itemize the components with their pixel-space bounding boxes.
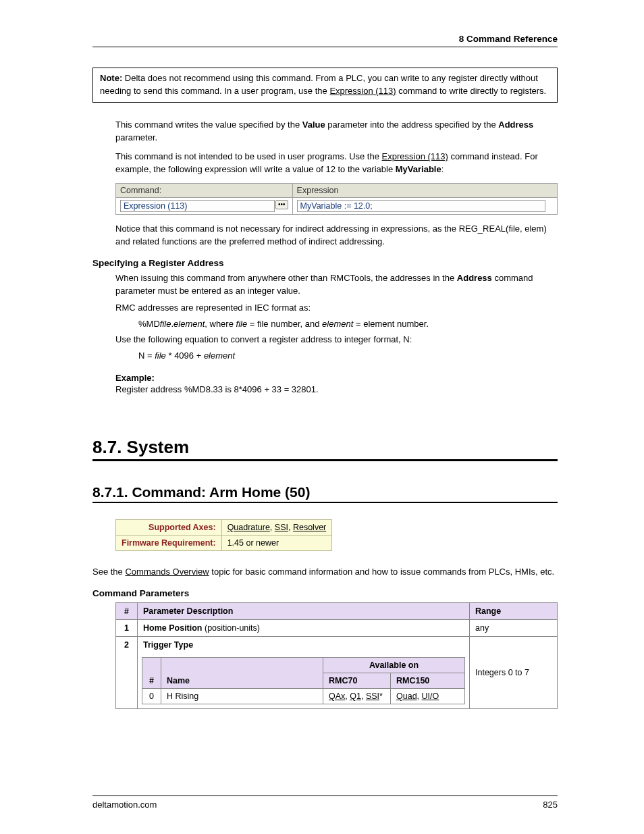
it-h-rmc150: RMC150	[391, 673, 465, 688]
expr-cell-command: Expression (113) •••	[116, 198, 293, 215]
link-ssi-70[interactable]: SSI	[366, 692, 379, 701]
ellipsis-button[interactable]: •••	[275, 200, 288, 209]
equation-line: N = file * 4096 + element	[138, 349, 558, 363]
expr-cell-expression: MyVariable := 12.0;	[292, 198, 557, 215]
commands-overview-link[interactable]: Commands Overview	[125, 567, 209, 577]
see-a: See the	[92, 567, 125, 577]
p4b: Address	[457, 273, 492, 283]
example-text: Register address %MD8.33 is 8*4096 + 33 …	[115, 383, 558, 396]
it-r0-rmc150: Quad, UI/O	[391, 688, 465, 704]
link-quadrature[interactable]: Quadrature	[227, 523, 270, 532]
iec-format-line: %MDfile.element, where file = file numbe…	[138, 317, 558, 331]
pt-h-desc: Parameter Description	[138, 602, 470, 619]
page-footer: deltamotion.com 825	[92, 796, 558, 810]
iec-where: , where	[205, 319, 236, 329]
it-h-avail: Available on	[323, 657, 465, 673]
p2a: This command is not intended to be used …	[115, 151, 382, 161]
paragraph-3: Notice that this command is not necessar…	[115, 223, 558, 249]
ssi-asterisk: *	[379, 692, 383, 701]
footer-page-number: 825	[543, 800, 558, 810]
link-qax[interactable]: QAx	[329, 692, 345, 701]
expression-editor-table: Command: Expression Expression (113) •••…	[115, 183, 558, 215]
pt-r1-range: any	[470, 619, 558, 636]
subsection-rule	[92, 502, 558, 503]
it-r0-num: 0	[142, 688, 161, 704]
paragraph-6: Use the following equation to convert a …	[115, 333, 558, 346]
paragraph-5: RMC addresses are represented in IEC for…	[115, 301, 558, 315]
supported-axes-label: Supported Axes:	[116, 519, 222, 535]
section-heading: 8.7. System	[92, 437, 558, 458]
footer-domain: deltamotion.com	[92, 800, 157, 810]
p1c: parameter into the address specified by …	[325, 120, 499, 130]
p1a: This command writes the value specified …	[115, 120, 302, 130]
paragraph-1: This command writes the value specified …	[115, 119, 558, 145]
it-h-num: #	[142, 657, 161, 688]
pt-r1-desc: Home Position (position-units)	[138, 619, 470, 636]
p1b: Value	[302, 120, 325, 130]
header-rule	[92, 47, 558, 47]
link-uio[interactable]: UI/O	[422, 692, 439, 701]
link-q1[interactable]: Q1	[350, 692, 361, 701]
iec-elem: element	[173, 319, 205, 329]
it-r0-name: H Rising	[161, 688, 323, 704]
eq-n: N =	[138, 350, 155, 361]
note-box: Note: Delta does not recommend using thi…	[92, 68, 558, 103]
p1d: Address	[498, 120, 533, 130]
see-b: topic for basic command information and …	[209, 567, 555, 577]
pt-r2-desc: Trigger Type	[138, 636, 470, 653]
pt-r2-range: Integers 0 to 7	[470, 636, 558, 708]
paragraph-4: When issuing this command from anywhere …	[115, 272, 558, 298]
pt-r2-num: 2	[116, 636, 138, 708]
note-text-2: command to write directly to registers.	[396, 86, 547, 96]
trigger-type-inner-table: # Name Available on RMC70 RMC150 0 H Ris…	[142, 657, 465, 704]
subhead-register-address: Specifying a Register Address	[92, 258, 558, 268]
expr-hdr-expression: Expression	[292, 184, 557, 198]
pt-inner-cell: # Name Available on RMC70 RMC150 0 H Ris…	[138, 653, 470, 709]
paragraph-2: This command is not intended to be used …	[115, 151, 558, 176]
expression-link-2[interactable]: Expression (113)	[382, 151, 448, 161]
p4a: When issuing this command from anywhere …	[115, 273, 457, 283]
iec-elem2: element	[322, 319, 353, 329]
firmware-req-value: 1.45 or newer	[221, 535, 332, 550]
info-table: Supported Axes: Quadrature, SSI, Resolve…	[115, 519, 332, 551]
firmware-req-label: Firmware Requirement:	[116, 535, 222, 550]
iec-file: file	[160, 319, 171, 329]
example-label: Example:	[115, 373, 558, 383]
pt-r1-num: 1	[116, 619, 138, 636]
eq-elem: element	[204, 350, 235, 361]
link-quad[interactable]: Quad	[396, 692, 417, 701]
iec-file2: file	[236, 319, 248, 329]
expr-hdr-command: Command:	[116, 184, 293, 198]
expr-command-input[interactable]: Expression (113)	[120, 200, 275, 212]
header-chapter: 8 Command Reference	[92, 34, 558, 44]
p1e: parameter.	[115, 132, 157, 142]
note-label: Note:	[100, 73, 122, 83]
eq-mid: * 4096 +	[166, 350, 204, 361]
link-resolver[interactable]: Resolver	[293, 523, 326, 532]
it-r0-rmc70: QAx, Q1, SSI*	[323, 688, 391, 704]
p2var: MyVariable	[396, 164, 441, 174]
link-ssi[interactable]: SSI	[275, 523, 288, 532]
pt-h-num: #	[116, 602, 138, 619]
subsection-heading: 8.7.1. Command: Arm Home (50)	[92, 484, 558, 500]
command-parameters-table: # Parameter Description Range 1 Home Pos…	[115, 602, 558, 709]
eq-file: file	[155, 350, 166, 361]
iec-eqa: = file number, and	[247, 319, 322, 329]
supported-axes-value: Quadrature, SSI, Resolver	[221, 519, 332, 535]
it-h-rmc70: RMC70	[323, 673, 391, 688]
iec-pre: %MD	[138, 319, 160, 329]
note-expression-link[interactable]: Expression (113)	[329, 86, 396, 96]
it-h-name: Name	[161, 657, 323, 688]
p2c: :	[441, 164, 444, 174]
expr-expression-input[interactable]: MyVariable := 12.0;	[297, 200, 545, 212]
pt-h-range: Range	[470, 602, 558, 619]
iec-eqb: = element number.	[353, 319, 429, 329]
command-parameters-head: Command Parameters	[92, 588, 558, 598]
see-paragraph: See the Commands Overview topic for basi…	[92, 566, 558, 579]
section-rule	[92, 459, 558, 461]
